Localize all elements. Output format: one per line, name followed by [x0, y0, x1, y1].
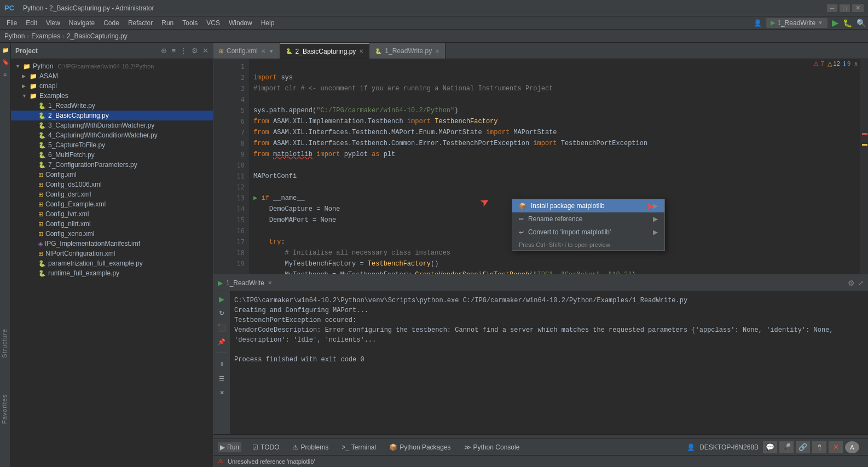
run-close-icon[interactable]: ✕: [216, 387, 227, 398]
menu-refactor[interactable]: Refactor: [124, 18, 157, 28]
tree-item-asam[interactable]: ▶ 📁 ASAM: [11, 71, 213, 81]
project-expand-icon[interactable]: ⊕: [161, 47, 167, 55]
profile-icon[interactable]: ⇮: [812, 441, 826, 453]
breadcrumb-python[interactable]: Python: [4, 32, 25, 40]
search-everywhere-button[interactable]: 🔍: [857, 19, 866, 27]
tab-dropdown-icon[interactable]: ▼: [269, 48, 274, 54]
tree-label-config-lvrt: Config_lvrt.xml: [45, 210, 89, 218]
tab-2-basiccapturing[interactable]: 🐍 2_BasicCapturing.py ✕: [280, 43, 370, 59]
tree-item-runtime-full[interactable]: 🐍 runtime_full_example.py: [11, 268, 213, 278]
breadcrumb-examples[interactable]: Examples: [31, 32, 60, 40]
tree-item-4-capturingcondition[interactable]: 🐍 4_CapturingWithConditionWatcher.py: [11, 130, 213, 140]
bottom-tab-python-console[interactable]: ≫ Python Console: [462, 442, 522, 452]
run-tab[interactable]: ▶ 1_ReadWrite ✕: [218, 279, 272, 287]
breadcrumb-file[interactable]: 2_BasicCapturing.py: [67, 32, 128, 40]
structure-icon[interactable]: ≡: [1, 69, 10, 79]
tree-item-3-capturingduration[interactable]: 🐍 3_CapturingWithDurationWatcher.py: [11, 120, 213, 130]
tree-item-python-root[interactable]: ▼ 📁 Python C:\IPG\carmaker\win64-10.2\Py…: [11, 61, 213, 71]
menu-navigate[interactable]: Navigate: [65, 18, 99, 28]
file-icon-1-readwrite: 🐍: [38, 102, 46, 109]
close-session-icon[interactable]: ✕: [829, 441, 843, 453]
share-icon[interactable]: 🔗: [796, 441, 810, 453]
tree-label-1-readwrite: 1_ReadWrite.py: [48, 102, 95, 109]
maximize-button[interactable]: □: [840, 4, 850, 12]
play-button[interactable]: ▶: [832, 18, 838, 28]
error-indicator-1: [862, 133, 867, 135]
project-settings-icon[interactable]: ⚙: [192, 47, 198, 55]
run-tab-close-icon[interactable]: ✕: [268, 280, 272, 286]
problems-label-bottom: Problems: [300, 443, 328, 451]
bottom-tab-todo[interactable]: ☑ TODO: [250, 442, 281, 452]
menu-tools[interactable]: Tools: [178, 18, 202, 28]
tab-icon-config-xml: ⊞: [219, 48, 223, 54]
run-config-selector[interactable]: ▶ 1_ReadWrite ▼: [766, 18, 828, 28]
tree-label-ipg-manifest: IPG_ImplementationManifest.imf: [45, 240, 140, 247]
run-settings-icon[interactable]: ⚙: [848, 279, 855, 287]
tree-item-config-ds1006[interactable]: ⊞ Config_ds1006.xml: [11, 180, 213, 189]
project-close-icon[interactable]: ✕: [202, 47, 209, 55]
project-options-icon[interactable]: ⋮: [180, 47, 187, 55]
tree-item-2-basiccapturing[interactable]: 🐍 2_BasicCapturing.py: [11, 111, 213, 120]
menu-edit[interactable]: Edit: [21, 18, 42, 28]
tree-item-config-xeno[interactable]: ⊞ Config_xeno.xml: [11, 229, 213, 239]
tree-item-config-lvrt[interactable]: ⊞ Config_lvrt.xml: [11, 209, 213, 219]
project-collapse-icon[interactable]: ≡: [171, 47, 176, 55]
run-rerun-icon[interactable]: ↻: [216, 308, 227, 319]
menu-help[interactable]: Help: [257, 18, 279, 28]
tab-config-xml[interactable]: ⊞ Config.xml ✕ ▼: [213, 43, 280, 59]
tab-close-active-icon[interactable]: ✕: [359, 48, 363, 54]
file-icon-4: 🐍: [38, 132, 46, 139]
run-play-icon[interactable]: ▶: [216, 293, 227, 304]
tab-close-icon[interactable]: ✕: [261, 48, 265, 54]
tree-item-config-xml[interactable]: ⊞ Config.xml: [11, 170, 213, 180]
ctx-install-matplotlib[interactable]: 📦 Install package matplotlib ▶: [512, 199, 664, 212]
bottom-tab-python-packages[interactable]: 📦 Python Packages: [387, 442, 453, 452]
minimize-button[interactable]: ─: [827, 4, 838, 12]
ctx-convert-import[interactable]: ↩ Convert to 'import matplotlib' ▶: [512, 226, 664, 239]
menu-code[interactable]: Code: [99, 18, 124, 28]
tree-item-cmapi[interactable]: ▶ 📁 cmapi: [11, 81, 213, 91]
tree-label-niport: NIPortConfiguration.xml: [45, 250, 115, 257]
run-scrollbar[interactable]: [213, 434, 868, 439]
tab-close-1-icon[interactable]: ✕: [435, 48, 439, 54]
tab-1-readwrite[interactable]: 🐍 1_ReadWrite.py ✕: [369, 43, 445, 59]
menu-view[interactable]: View: [42, 18, 65, 28]
tree-item-config-dsrt[interactable]: ⊞ Config_dsrt.xml: [11, 189, 213, 199]
gutter-collapse-icon[interactable]: ∧: [854, 60, 858, 67]
tree-item-config-nilrt[interactable]: ⊞ Config_nilrt.xml: [11, 219, 213, 229]
run-scroll-icon[interactable]: ⇩: [216, 359, 227, 370]
bottom-tab-problems[interactable]: ⚠ Problems: [290, 442, 331, 452]
bookmark-icon[interactable]: 🔖: [1, 57, 10, 67]
tree-item-niport[interactable]: ⊞ NIPortConfiguration.xml: [11, 249, 213, 258]
close-button[interactable]: ✕: [852, 4, 864, 12]
run-expand-icon[interactable]: ⤢: [858, 279, 864, 287]
menu-vcs[interactable]: VCS: [202, 18, 224, 28]
ctx-rename-reference[interactable]: ✏ Rename reference ▶: [512, 212, 664, 226]
chat-icon[interactable]: 💬: [763, 441, 777, 453]
menu-window[interactable]: Window: [224, 18, 257, 28]
tree-item-examples[interactable]: ▼ 📁 Examples: [11, 91, 213, 101]
ctx-rename-label: Rename reference: [528, 215, 582, 223]
tree-item-5-capture[interactable]: 🐍 5_CaptureToFile.py: [11, 140, 213, 150]
bottom-tab-run[interactable]: ▶ Run: [218, 442, 241, 452]
debug-button[interactable]: 🐛: [843, 19, 852, 27]
tree-item-7-config[interactable]: 🐍 7_ConfigurationParameters.py: [11, 160, 213, 170]
tree-item-6-multifetch[interactable]: 🐍 6_MultiFetch.py: [11, 150, 213, 160]
menu-run[interactable]: Run: [157, 18, 178, 28]
run-filter-icon[interactable]: ☰: [216, 373, 227, 384]
tree-item-ipg-manifest[interactable]: ◈ IPG_ImplementationManifest.imf: [11, 239, 213, 249]
project-view-icon[interactable]: 📁: [1, 45, 10, 55]
run-pin-icon[interactable]: 📌: [216, 336, 227, 347]
tree-label-python: Python: [33, 62, 53, 70]
folder-icon-python: 📁: [23, 63, 31, 70]
mic-icon[interactable]: 🎤: [779, 441, 794, 453]
tree-item-param-full[interactable]: 🐍 parametrization_full_example.py: [11, 258, 213, 268]
tree-item-config-example[interactable]: ⊞ Config_Example.xml: [11, 199, 213, 209]
tree-item-1-readwrite[interactable]: 🐍 1_ReadWrite.py: [11, 101, 213, 111]
title-bar-title: Python - 2_BasicCapturing.py - Administr…: [23, 4, 154, 12]
bottom-tab-terminal[interactable]: >_ Terminal: [339, 442, 378, 452]
user-avatar[interactable]: A: [845, 441, 859, 453]
run-stop-icon[interactable]: ⬛: [216, 322, 227, 333]
folder-icon-cmapi: 📁: [30, 83, 37, 90]
menu-file[interactable]: File: [2, 18, 21, 28]
